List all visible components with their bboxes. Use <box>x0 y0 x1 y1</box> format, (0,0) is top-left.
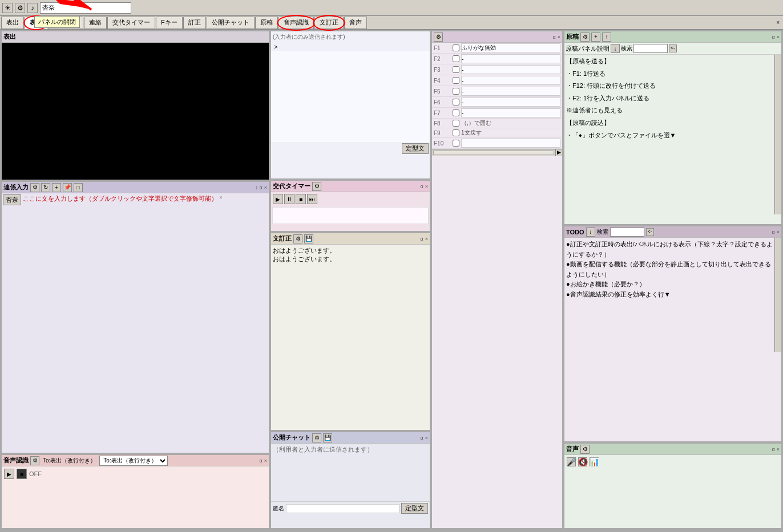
fkey-f6-input[interactable] <box>461 98 560 107</box>
tab-voice-recognition[interactable]: 音声認識 <box>279 17 314 29</box>
tab-public-chat[interactable]: 公開チャット <box>207 17 255 29</box>
main-layout: 表出 連係入力 ⚙ ↻ + 📌 □ ↕ α × 杏奈 ここに文を入力します（ダブ… <box>0 30 783 530</box>
voice-right-close-btn[interactable]: × <box>777 446 780 452</box>
voice-play-btn[interactable]: ▶ <box>4 469 14 479</box>
manuscript-upload-icon[interactable]: ↑ <box>602 33 611 42</box>
manuscript-search-input[interactable] <box>633 44 668 53</box>
fkey-f4-input[interactable] <box>461 76 560 85</box>
todo-item2: ●動画を配信する機能（必要な部分を静止画として切り出して表出できるようにしたい） <box>566 259 773 279</box>
chat-close-btn[interactable]: × <box>425 435 428 441</box>
username-input[interactable] <box>40 2 131 14</box>
timer-pause-btn[interactable]: ⏸ <box>284 194 294 204</box>
chat-alpha-btn[interactable]: α <box>421 435 423 441</box>
fkey-f2-input[interactable] <box>461 54 560 63</box>
voice-right-alpha-btn[interactable]: α <box>772 446 775 452</box>
sun-icon[interactable]: ☀ <box>2 3 13 13</box>
fkey-f10-check[interactable] <box>453 140 459 147</box>
timer-gear-icon[interactable]: ⚙ <box>312 182 321 191</box>
input-teikei-btn[interactable]: 定型文 <box>402 143 429 154</box>
correction-alpha-btn[interactable]: α <box>421 236 423 242</box>
timer-close-btn[interactable]: × <box>425 184 428 189</box>
relay-pin-icon[interactable]: 📌 <box>63 183 72 192</box>
fkey-f1-label: F1 <box>434 45 451 51</box>
voice-wave-icon[interactable]: 📊 <box>590 457 599 466</box>
manuscript-gear-icon[interactable]: ⚙ <box>580 33 590 42</box>
todo-close-btn[interactable]: × <box>777 229 780 235</box>
voice-mic-icon[interactable]: 🎤 <box>567 457 576 466</box>
tab-voice[interactable]: 音声 <box>344 17 367 29</box>
relay-text-area[interactable] <box>2 206 269 320</box>
voice-close-btn[interactable]: × <box>264 458 267 464</box>
voice-mute-icon[interactable]: 🔇 <box>578 457 587 466</box>
gear-icon[interactable]: ⚙ <box>15 3 25 13</box>
fkey-f5-input[interactable] <box>461 87 560 96</box>
manuscript-sub-header: 原稿パネル説明 ↓ 検索 <- <box>564 43 781 55</box>
manuscript-back-btn[interactable]: <- <box>669 44 677 52</box>
voice-gear-icon[interactable]: ⚙ <box>30 456 39 465</box>
fkey-f9-check[interactable] <box>453 129 459 136</box>
manuscript-plus-icon[interactable]: + <box>591 33 600 42</box>
fkey-f10-input[interactable] <box>461 139 560 148</box>
fkey-f2-check[interactable] <box>453 55 459 62</box>
chat-gear-icon[interactable]: ⚙ <box>312 433 321 442</box>
chat-teikei-btn[interactable]: 定型文 <box>401 503 428 514</box>
tab-text-correction[interactable]: 文訂正 <box>314 17 344 29</box>
relay-alpha-btn[interactable]: ↕ <box>255 185 258 190</box>
timer-stop-btn[interactable]: ■ <box>296 194 306 204</box>
voice-right-gear-icon[interactable]: ⚙ <box>580 445 590 454</box>
fkey-f6-check[interactable] <box>453 99 459 105</box>
correction-save-icon[interactable]: 💾 <box>304 234 313 243</box>
manuscript-alpha-btn[interactable]: α <box>772 34 775 40</box>
tab-hyoshutsu-main[interactable]: 表出 <box>1 17 24 29</box>
todo-download-icon[interactable]: ↓ <box>586 228 595 237</box>
relay-alpha2-btn[interactable]: α <box>260 185 263 190</box>
tab-manuscript[interactable]: 原稿 <box>255 17 278 29</box>
display-panel: 表出 <box>1 31 269 180</box>
fkey-f5-check[interactable] <box>453 88 459 95</box>
relay-plus-icon[interactable]: + <box>52 183 61 192</box>
chat-save-icon[interactable]: 💾 <box>323 433 332 442</box>
fkey-scroll-right[interactable]: ▶ <box>555 149 562 156</box>
fkey-close-btn[interactable]: × <box>558 34 560 40</box>
relay-square-icon[interactable]: □ <box>74 183 83 192</box>
tab-correction[interactable]: 訂正 <box>183 17 206 29</box>
correction-content: おはようございます。 おはようございます。 <box>271 245 430 265</box>
user-icon[interactable]: ♪ <box>27 3 38 13</box>
input-text-area[interactable] <box>271 51 430 142</box>
tab-fkey[interactable]: Fキー <box>156 17 183 29</box>
fkey-f3-check[interactable] <box>453 66 459 73</box>
todo-search-input[interactable] <box>610 228 644 237</box>
fkey-f4-check[interactable] <box>453 77 459 84</box>
correction-gear-icon[interactable]: ⚙ <box>293 234 302 243</box>
manuscript-scrollbar[interactable] <box>774 55 781 214</box>
manuscript-download-icon[interactable]: ↓ <box>611 44 620 53</box>
voice-to-select[interactable]: To:表出（改行付き） <box>99 456 168 466</box>
relay-refresh-icon[interactable]: ↻ <box>41 183 50 192</box>
todo-scrollbar[interactable] <box>774 238 781 352</box>
manuscript-close-btn[interactable]: × <box>777 34 780 40</box>
fkey-f3-input[interactable] <box>461 65 560 74</box>
fkey-gear-icon[interactable]: ⚙ <box>434 33 443 42</box>
todo-alpha-btn[interactable]: α <box>772 229 775 235</box>
voice-stop-btn[interactable]: ■ <box>17 469 27 479</box>
fkey-f7-check[interactable] <box>453 109 459 116</box>
relay-gear-icon[interactable]: ⚙ <box>30 183 39 192</box>
correction-close-btn[interactable]: × <box>425 236 428 242</box>
fkey-f1-check[interactable] <box>453 44 459 51</box>
timer-alpha-btn[interactable]: α <box>421 184 423 189</box>
fkey-alpha-btn[interactable]: α <box>553 34 556 40</box>
timer-play-btn[interactable]: ▶ <box>273 194 283 204</box>
todo-back-btn[interactable]: <- <box>646 228 654 236</box>
relay-x-btn[interactable]: × <box>219 194 223 201</box>
relay-close-btn[interactable]: × <box>264 185 267 190</box>
chat-text-area[interactable] <box>271 456 430 501</box>
timer-next-btn[interactable]: ⏭ <box>307 194 317 204</box>
fkey-scrollbar[interactable]: ▶ <box>432 149 562 156</box>
fkey-f7-input[interactable] <box>461 108 560 117</box>
tab-contact[interactable]: 連絡 <box>84 17 107 29</box>
fkey-f8-check[interactable] <box>453 120 459 127</box>
chat-anon-input[interactable] <box>286 504 399 513</box>
tab-timer[interactable]: 交代タイマー <box>107 17 155 29</box>
voice-alpha-btn[interactable]: α <box>260 458 263 464</box>
close-btn[interactable]: × <box>774 19 782 26</box>
